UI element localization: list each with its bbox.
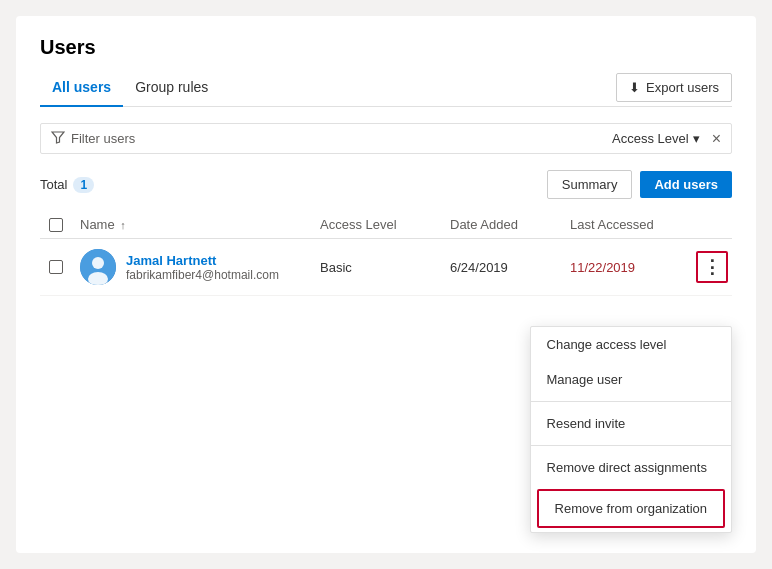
add-users-button[interactable]: Add users [640,171,732,198]
svg-point-1 [92,257,104,269]
table-header: Name ↑ Access Level Date Added Last Acce… [40,211,732,239]
user-info: Jamal Hartnett fabrikamfiber4@hotmail.co… [80,249,304,285]
row-checkbox[interactable] [49,260,63,274]
menu-item-change-access[interactable]: Change access level [531,327,731,362]
tab-all-users[interactable]: All users [40,71,123,107]
chevron-down-icon: ▾ [693,131,700,146]
context-menu: Change access level Manage user Resend i… [530,326,732,533]
export-users-button[interactable]: ⬇ Export users [616,73,732,102]
user-email: fabrikamfiber4@hotmail.com [126,268,279,282]
date-added-value: 6/24/2019 [442,260,562,275]
menu-item-manage-user[interactable]: Manage user [531,362,731,397]
menu-item-resend-invite[interactable]: Resend invite [531,406,731,441]
download-icon: ⬇ [629,80,640,95]
summary-button[interactable]: Summary [547,170,633,199]
avatar [80,249,116,285]
filter-right: Access Level ▾ × [612,131,721,147]
filter-bar: Filter users Access Level ▾ × [40,123,732,154]
header-last-accessed: Last Accessed [562,217,682,232]
menu-item-remove-org[interactable]: Remove from organization [537,489,725,528]
sort-icon: ↑ [120,219,126,231]
filter-label[interactable]: Filter users [71,131,135,146]
filter-left: Filter users [51,130,135,147]
access-level-filter[interactable]: Access Level ▾ [612,131,700,146]
menu-divider-1 [531,401,731,402]
user-name[interactable]: Jamal Hartnett [126,253,279,268]
more-actions-button[interactable]: ⋮ [696,251,728,283]
total-label: Total 1 [40,177,94,193]
header-actions [682,217,732,232]
toolbar-actions: Summary Add users [547,170,732,199]
filter-close-button[interactable]: × [712,131,721,147]
last-accessed-value: 11/22/2019 [562,260,682,275]
menu-item-remove-direct[interactable]: Remove direct assignments [531,450,731,485]
select-all-checkbox[interactable] [49,218,63,232]
toolbar-row: Total 1 Summary Add users [40,170,732,199]
menu-divider-2 [531,445,731,446]
access-level-value: Basic [312,260,442,275]
tabs-row: All users Group rules ⬇ Export users [40,71,732,107]
header-checkbox [40,217,72,232]
page-title: Users [40,36,732,59]
page-container: Users All users Group rules ⬇ Export use… [16,16,756,553]
table-row: Jamal Hartnett fabrikamfiber4@hotmail.co… [40,239,732,296]
filter-icon [51,130,65,147]
header-access-level: Access Level [312,217,442,232]
header-date-added: Date Added [442,217,562,232]
total-badge: 1 [73,177,94,193]
header-name[interactable]: Name ↑ [72,217,312,232]
tab-group-rules[interactable]: Group rules [123,71,220,107]
